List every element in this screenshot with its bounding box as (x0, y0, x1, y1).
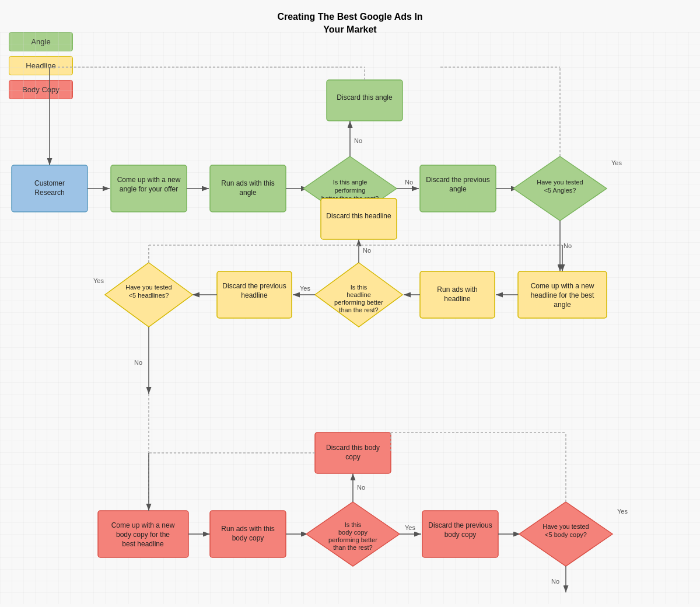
discard-prev-headline-node (217, 271, 292, 318)
svg-text:Yes: Yes (405, 524, 415, 531)
flowchart: Customer Research Come up with a new ang… (0, 32, 700, 604)
svg-text:Yes: Yes (611, 159, 622, 166)
svg-text:No: No (354, 137, 362, 144)
svg-text:Yes: Yes (617, 508, 628, 515)
svg-text:No: No (564, 242, 572, 249)
svg-text:No: No (363, 247, 371, 254)
svg-text:No: No (551, 578, 559, 585)
discard-this-angle-node (327, 80, 402, 121)
customer-research-node (12, 165, 88, 212)
come-up-angle-node (111, 165, 187, 212)
svg-text:No: No (405, 179, 413, 186)
run-ads-angle-node (210, 165, 286, 212)
discard-prev-bodycopy-node (422, 511, 498, 557)
svg-text:No: No (134, 359, 142, 366)
discard-this-bodycopy-node (315, 432, 391, 473)
run-ads-headline-node (420, 271, 495, 318)
run-ads-bodycopy-node (210, 511, 286, 557)
svg-text:Yes: Yes (300, 285, 310, 292)
come-up-headline-node (518, 271, 607, 318)
svg-text:Yes: Yes (93, 277, 104, 284)
come-up-bodycopy-node (98, 511, 188, 557)
svg-text:No: No (357, 484, 365, 491)
discard-this-headline-node (321, 198, 397, 239)
discard-prev-angle-node (420, 165, 496, 212)
